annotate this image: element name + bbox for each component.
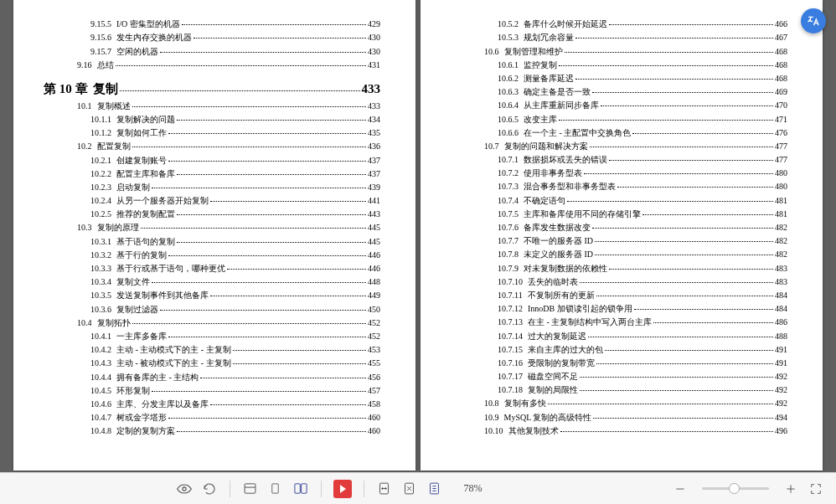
toc-leader — [200, 378, 366, 378]
toc-number: 10.3.5 — [90, 291, 111, 300]
toc-number: 9.15.7 — [90, 47, 111, 56]
play-button[interactable] — [333, 480, 352, 498]
toc-number: 10.6.4 — [498, 100, 519, 110]
toc-leader — [595, 241, 773, 242]
toc-number: 10.9 — [484, 413, 499, 422]
toc-page: 436 — [368, 141, 380, 151]
toc-title: 复制 — [93, 81, 118, 97]
toc-page: 458 — [368, 399, 380, 409]
toc-title: 基于语句的复制 — [116, 236, 175, 248]
toc-number: 10.2.5 — [90, 209, 111, 219]
toc-page: 455 — [368, 358, 380, 368]
toc-page: 445 — [368, 237, 380, 246]
toc-title: 过大的复制延迟 — [528, 331, 586, 342]
toc-entry: 10.7.7不唯一的服务器 ID482 — [451, 235, 787, 247]
page-right: 10.5.2备库什么时候开始延迟46610.5.3规划冗余容量46710.6复制… — [421, 0, 823, 471]
toc-title: 受限制的复制带宽 — [528, 357, 595, 369]
toc-entry: 10.3.4复制文件448 — [44, 276, 380, 288]
toc-page: 468 — [775, 47, 787, 56]
toc-entry: 10.3复制的原理445 — [44, 222, 380, 234]
toc-number: 10.7.10 — [498, 277, 523, 286]
toc-number: 10.5.2 — [498, 19, 519, 28]
toc-leader — [227, 269, 366, 270]
fit-page-icon[interactable] — [401, 481, 418, 497]
rotate-icon[interactable] — [201, 481, 218, 497]
toc-page: 476 — [775, 128, 787, 137]
divider — [321, 481, 322, 497]
toc-leader — [132, 106, 367, 107]
toc-entry: 10.5.3规划冗余容量467 — [451, 32, 787, 44]
toc-title: 复制解决的问题 — [116, 114, 175, 126]
toc-page: 450 — [368, 305, 380, 314]
view-split-icon[interactable] — [242, 481, 259, 497]
toc-title: I/O 密集型的机器 — [116, 18, 180, 30]
fit-width-icon[interactable] — [376, 481, 393, 497]
zoom-in-button[interactable] — [782, 481, 799, 497]
toc-title: 复制拓扑 — [97, 317, 131, 329]
toc-title: 未定义的服务器 ID — [524, 249, 593, 260]
view-two-page-icon[interactable] — [292, 481, 309, 497]
toc-entry: 10.10其他复制技术496 — [451, 425, 787, 437]
zoom-out-button[interactable] — [672, 481, 689, 497]
toc-leader — [177, 120, 366, 121]
toc-page: 466 — [775, 19, 787, 28]
toc-leader — [160, 52, 366, 53]
toc-entry: 第 10 章复制433 — [44, 81, 380, 97]
eye-icon[interactable] — [176, 481, 193, 497]
toc-page: 483 — [775, 264, 787, 273]
toc-number: 9.15.5 — [90, 19, 111, 28]
toc-page: 492 — [775, 372, 787, 381]
toc-page: 445 — [368, 223, 380, 232]
toc-title: 复制过滤器 — [116, 304, 158, 316]
toc-leader — [584, 173, 773, 174]
toc-leader — [560, 431, 774, 432]
toc-number: 10.7.4 — [498, 196, 519, 205]
toc-number: 10.2 — [77, 141, 92, 151]
toc-leader — [177, 214, 366, 215]
toc-leader — [559, 65, 773, 66]
toc-title: 复制概述 — [97, 100, 131, 112]
toc-leader — [595, 255, 773, 255]
toc-title: 从另一个服务器开始复制 — [116, 195, 209, 207]
toc-page: 483 — [775, 277, 787, 286]
actual-size-icon[interactable] — [426, 481, 443, 497]
toc-entry: 10.6复制管理和维护468 — [451, 46, 787, 58]
toc-number: 10.3 — [77, 223, 92, 232]
toc-page: 492 — [775, 399, 787, 408]
zoom-slider[interactable] — [702, 487, 769, 490]
toc-number: 10.2.2 — [90, 169, 111, 178]
toc-number: 10.7.13 — [498, 317, 523, 327]
toc-entry: 10.7.10丢失的临时表483 — [451, 276, 787, 288]
toc-page: 439 — [368, 183, 380, 192]
toc-number: 10.4.6 — [90, 399, 111, 409]
toc-entry: 10.6.4从主库重新同步备库470 — [451, 100, 787, 111]
toc-number: 10.1.1 — [90, 115, 111, 124]
toc-number: 10.6.3 — [498, 87, 519, 96]
toc-number: 10.3.4 — [90, 277, 111, 286]
toc-entry: 10.7.12InnoDB 加锁读引起的锁争用484 — [451, 303, 787, 315]
toc-entry: 10.7.15来自主库的过大的包491 — [451, 344, 787, 356]
toc-number: 10.4.3 — [90, 358, 111, 368]
toc-entry: 10.7.2使用非事务型表480 — [451, 167, 787, 179]
toc-entry: 10.4.1一主库多备库452 — [44, 331, 380, 342]
svg-rect-2 — [272, 484, 279, 493]
toc-title: 主库、分发主库以及备库 — [116, 399, 209, 410]
toc-leader — [575, 38, 773, 39]
toc-leader — [177, 242, 366, 243]
toc-page: 492 — [775, 385, 787, 394]
view-single-icon[interactable] — [267, 481, 284, 497]
toc-number: 10.4.2 — [90, 345, 111, 354]
toc-page: 467 — [775, 33, 787, 42]
toc-number: 10.7.2 — [498, 168, 519, 177]
toc-page: 469 — [775, 87, 787, 96]
svg-rect-3 — [294, 484, 299, 493]
fullscreen-icon[interactable] — [808, 481, 824, 497]
toc-page: 484 — [775, 291, 787, 300]
toc-leader — [634, 309, 773, 310]
toc-title: 基于行的复制 — [116, 249, 167, 261]
toc-page: 470 — [775, 100, 787, 110]
toc-number: 9.15.6 — [90, 33, 111, 42]
toc-number: 10.4.4 — [90, 373, 111, 382]
toc-page: 437 — [368, 169, 380, 178]
translate-fab[interactable] — [801, 8, 826, 33]
